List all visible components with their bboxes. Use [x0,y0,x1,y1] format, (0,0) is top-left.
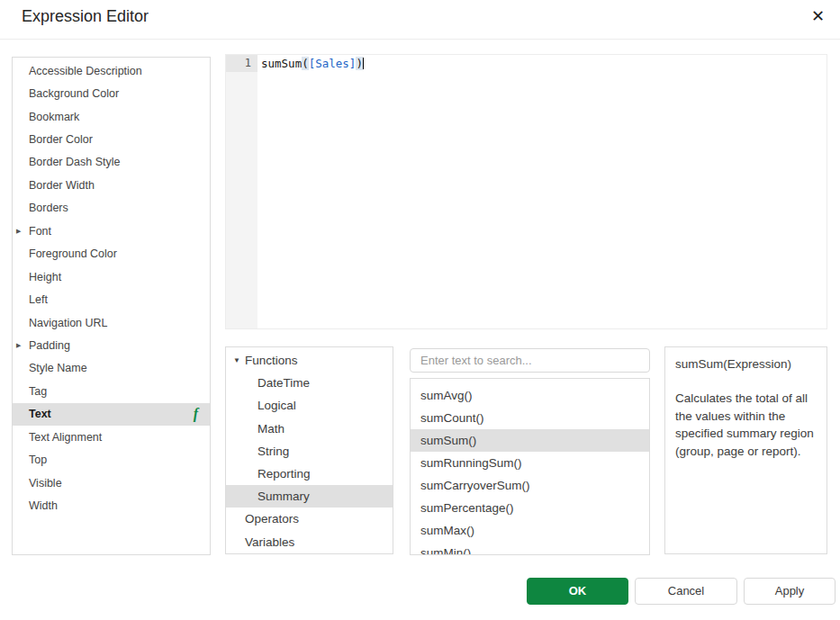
tree-item-label: Variables [245,535,294,549]
property-item-borders[interactable]: Borders [13,197,210,220]
tree-item-variables[interactable]: Variables [226,531,393,553]
property-item-border-dash-style[interactable]: Border Dash Style [13,151,210,174]
property-item-label: Border Width [29,179,210,192]
code-token-close-paren: ) [356,57,363,70]
function-item-summin[interactable]: sumMin() [411,542,649,555]
description-panel: sumSum(Expression) Calculates the total … [664,346,827,554]
property-item-border-color[interactable]: Border Color [13,128,210,150]
function-item-sumsum[interactable]: sumSum() [411,429,649,452]
property-item-label: Bookmark [29,111,210,123]
expression-function-icon: f [194,407,210,421]
collapse-arrow-icon[interactable]: ▼ [233,356,245,364]
function-description: Calculates the total of all the values w… [675,390,817,460]
property-item-label: Border Color [29,133,210,146]
tree-item-math[interactable]: Math [226,418,393,440]
property-item-label: Background Color [29,87,210,100]
property-item-visible[interactable]: Visible [13,472,210,494]
property-item-padding[interactable]: ▶Padding [13,334,210,356]
search-input[interactable] [410,348,650,373]
code-token-field: [Sales] [309,57,357,70]
property-item-tag[interactable]: Tag [13,380,210,402]
expand-arrow-icon[interactable]: ▶ [13,228,29,235]
expression-code-editor[interactable]: 1 sumSum([Sales]) [225,54,827,329]
tree-item-datetime[interactable]: DateTime [226,372,393,394]
function-signature: sumSum(Expression) [675,355,817,373]
function-item-sumpercentage[interactable]: sumPercentage() [411,497,649,519]
property-item-label: Text [29,408,194,420]
code-line[interactable]: sumSum([Sales]) [261,55,364,72]
tree-item-reporting[interactable]: Reporting [226,463,393,485]
close-icon[interactable]: ✕ [811,5,825,27]
tree-item-label: Functions [245,354,298,367]
property-item-label: Tag [29,385,210,398]
tree-item-label: Logical [257,399,296,412]
ok-button[interactable]: OK [527,578,628,605]
code-token-function: sumSum [261,57,302,70]
property-item-label: Border Dash Style [29,156,210,168]
property-item-label: Top [29,454,210,466]
property-item-height[interactable]: Height [13,265,210,288]
tree-item-functions[interactable]: ▼Functions [226,349,393,372]
property-item-background-color[interactable]: Background Color [13,82,210,104]
property-item-left[interactable]: Left [13,288,210,310]
function-item-sumrunningsum[interactable]: sumRunningSum() [411,452,649,474]
tree-item-label: Operators [245,512,299,526]
property-item-label: Text Alignment [29,431,210,444]
function-item-sumcarryoversum[interactable]: sumCarryoverSum() [411,474,649,497]
property-item-navigation-url[interactable]: Navigation URL [13,311,210,334]
page-title: Expression Editor [22,7,149,26]
function-list: sumAvg()sumCount()sumSum()sumRunningSum(… [410,378,650,555]
property-item-bookmark[interactable]: Bookmark [13,105,210,128]
tree-item-label: Summary [257,490,310,503]
property-item-label: Foreground Color [29,247,210,260]
function-item-sumavg[interactable]: sumAvg() [411,384,649,407]
property-item-label: Padding [29,339,210,352]
property-item-label: Left [29,293,210,306]
apply-button[interactable]: Apply [744,578,835,605]
properties-panel: Accessible DescriptionBackground ColorBo… [12,57,211,555]
property-item-foreground-color[interactable]: Foreground Color [13,243,210,265]
property-item-label: Navigation URL [29,317,210,329]
expand-arrow-icon[interactable]: ▶ [13,342,29,349]
function-item-summax[interactable]: sumMax() [411,519,649,542]
property-item-label: Style Name [29,362,210,374]
property-item-accessible-description[interactable]: Accessible Description [13,59,210,82]
property-item-text[interactable]: Textf [13,403,210,426]
property-item-label: Visible [29,477,210,490]
tree-item-summary[interactable]: Summary [226,485,393,508]
line-number: 1 [226,55,257,72]
property-item-border-width[interactable]: Border Width [13,174,210,196]
expression-editor-dialog: Expression Editor ✕ Accessible Descripti… [0,0,840,620]
tree-item-operators[interactable]: Operators [226,508,393,530]
function-item-sumcount[interactable]: sumCount() [411,407,649,429]
property-item-font[interactable]: ▶Font [13,220,210,242]
text-cursor [363,58,364,69]
tree-item-label: String [257,445,289,458]
category-tree: ▼FunctionsDateTimeLogicalMathStringRepor… [225,346,393,554]
property-item-style-name[interactable]: Style Name [13,357,210,380]
property-item-label: Accessible Description [29,65,210,77]
tree-item-string[interactable]: String [226,440,393,463]
line-number-gutter: 1 [226,55,257,328]
tree-item-logical[interactable]: Logical [226,394,393,417]
code-token-open-paren: ( [302,57,309,70]
property-item-label: Width [29,499,210,512]
property-item-label: Font [29,225,210,238]
property-item-label: Height [29,271,210,283]
property-item-text-alignment[interactable]: Text Alignment [13,426,210,448]
tree-item-label: DateTime [257,376,310,390]
tree-item-label: Reporting [257,467,311,481]
tree-item-label: Math [257,422,285,436]
cancel-button[interactable]: Cancel [635,578,737,605]
property-item-label: Borders [29,202,210,214]
property-item-width[interactable]: Width [13,494,210,517]
property-item-top[interactable]: Top [13,448,210,471]
header-divider [0,39,840,40]
